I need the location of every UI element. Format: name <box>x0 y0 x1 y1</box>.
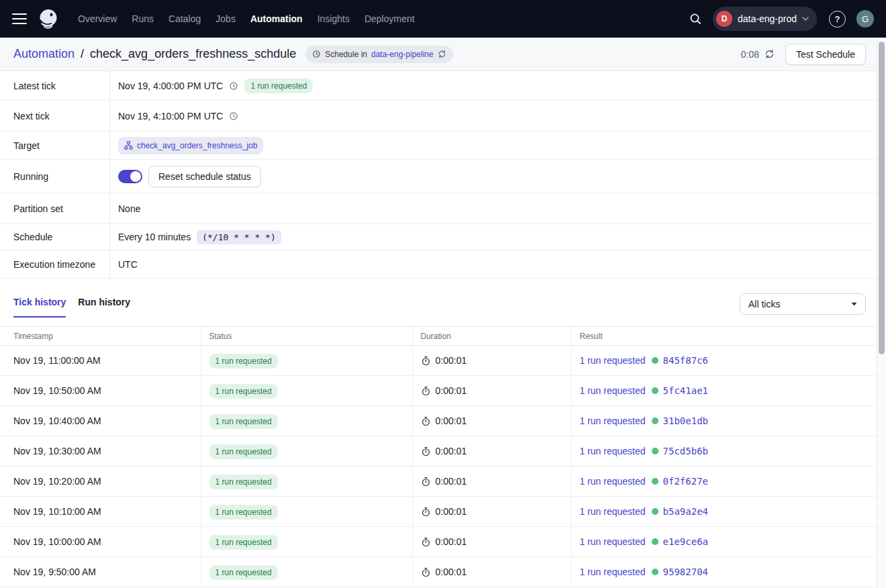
stopwatch-icon <box>421 356 431 366</box>
caret-down-icon <box>851 302 857 306</box>
table-row: Nov 19, 10:20:00 AM 1 run requested 0:00… <box>0 467 877 497</box>
tick-duration: 0:00:01 <box>436 567 467 577</box>
clock-icon <box>229 81 238 91</box>
run-requested-link[interactable]: 1 run requested <box>580 567 646 577</box>
deployment-switcher[interactable]: D data-eng-prod <box>713 7 817 31</box>
detail-label: Latest tick <box>0 71 110 100</box>
cron-expression: (*/10 * * * *) <box>197 230 281 244</box>
nav-item-automation[interactable]: Automation <box>250 13 303 24</box>
deployment-badge: D <box>716 11 732 27</box>
detail-row-partition-set: Partition set None <box>0 193 877 224</box>
tick-timestamp: Nov 19, 10:00:00 AM <box>0 527 201 557</box>
tick-status-badge: 1 run requested <box>209 535 278 550</box>
table-row: Nov 19, 10:10:00 AM 1 run requested 0:00… <box>0 497 877 527</box>
reload-location-icon[interactable] <box>438 50 446 58</box>
table-row: Nov 19, 10:00:00 AM 1 run requested 0:00… <box>0 527 877 557</box>
search-icon[interactable] <box>689 12 702 26</box>
detail-row-execution-timezone: Execution timezone UTC <box>0 250 877 279</box>
run-status-dot <box>652 418 658 424</box>
partition-set-value: None <box>118 203 140 214</box>
tick-duration: 0:00:01 <box>436 476 467 487</box>
running-toggle[interactable] <box>118 170 142 183</box>
history-tabs-row: Tick history Run history All ticks <box>0 279 877 326</box>
refresh-countdown: 0:08 <box>741 49 759 60</box>
tick-status-badge: 1 run requested <box>209 354 278 369</box>
schedule-interval-text: Every 10 minutes <box>118 232 191 242</box>
nav-item-overview[interactable]: Overview <box>78 13 117 24</box>
tab-run-history[interactable]: Run history <box>78 297 130 317</box>
latest-tick-timestamp: Nov 19, 4:00:00 PM UTC <box>118 81 223 91</box>
col-header-duration: Duration <box>412 327 571 346</box>
run-id-link[interactable]: 31b0e1db <box>663 415 708 426</box>
deployment-name: data-eng-prod <box>738 13 797 24</box>
detail-row-schedule: Schedule Every 10 minutes (*/10 * * * *) <box>0 224 877 250</box>
top-nav: Overview Runs Catalog Jobs Automation In… <box>0 0 886 38</box>
tick-timestamp: Nov 19, 10:20:00 AM <box>0 467 201 497</box>
detail-label: Next tick <box>0 101 110 131</box>
stopwatch-icon <box>421 416 431 426</box>
schedule-location-badge: Schedule in data-eng-pipeline <box>305 46 452 63</box>
page-scrollbar-thumb[interactable] <box>879 42 885 354</box>
run-id-link[interactable]: 845f87c6 <box>663 355 708 366</box>
target-job-link[interactable]: check_avg_orders_freshness_job <box>137 141 257 150</box>
reset-schedule-status-button[interactable]: Reset schedule status <box>148 166 261 187</box>
page-header: Automation / check_avg_orders_freshness_… <box>0 38 877 71</box>
breadcrumb-separator: / <box>81 47 84 61</box>
tick-duration: 0:00:01 <box>436 536 467 547</box>
run-id-link[interactable]: 5fc41ae1 <box>663 385 708 396</box>
table-row: Nov 19, 10:40:00 AM 1 run requested 0:00… <box>0 406 877 436</box>
detail-row-target: Target check_avg_orders_freshness_job <box>0 132 877 160</box>
tab-tick-history[interactable]: Tick history <box>13 297 66 317</box>
col-header-result: Result <box>571 327 877 346</box>
clock-icon <box>312 50 321 58</box>
run-requested-link[interactable]: 1 run requested <box>580 415 646 426</box>
tick-status-badge: 1 run requested <box>209 414 278 429</box>
target-job-pill[interactable]: check_avg_orders_freshness_job <box>118 137 263 154</box>
nav-item-runs[interactable]: Runs <box>132 13 154 24</box>
job-graph-icon <box>124 141 133 150</box>
run-status-dot <box>652 387 658 394</box>
user-avatar[interactable]: G <box>856 10 874 28</box>
tick-filter-selected-value: All ticks <box>748 299 780 309</box>
detail-label: Execution timezone <box>0 250 110 278</box>
stopwatch-icon <box>421 537 431 547</box>
run-requested-link[interactable]: 1 run requested <box>580 506 646 517</box>
run-requested-link[interactable]: 1 run requested <box>580 446 646 456</box>
execution-timezone-value: UTC <box>118 259 138 270</box>
run-id-link[interactable]: b5a9a2e4 <box>663 506 708 517</box>
tick-timestamp: Nov 19, 10:40:00 AM <box>0 406 201 436</box>
stopwatch-icon <box>421 446 431 456</box>
detail-label: Schedule <box>0 224 110 250</box>
run-requested-link[interactable]: 1 run requested <box>580 476 646 487</box>
nav-item-jobs[interactable]: Jobs <box>215 13 236 24</box>
tick-duration: 0:00:01 <box>436 446 467 456</box>
refresh-icon[interactable] <box>765 49 775 59</box>
run-requested-link[interactable]: 1 run requested <box>580 385 646 396</box>
detail-label: Partition set <box>0 193 110 224</box>
nav-item-catalog[interactable]: Catalog <box>168 13 201 24</box>
run-id-link[interactable]: 0f2f627e <box>663 476 708 487</box>
code-location-link[interactable]: data-eng-pipeline <box>371 50 434 59</box>
col-header-status: Status <box>201 327 412 346</box>
nav-item-deployment[interactable]: Deployment <box>364 13 415 24</box>
page-scrollbar-track[interactable] <box>877 38 886 588</box>
hamburger-menu-icon[interactable] <box>12 13 27 24</box>
run-status-dot <box>652 538 658 545</box>
nav-item-insights[interactable]: Insights <box>317 13 350 24</box>
tick-filter-select[interactable]: All ticks <box>740 293 866 315</box>
help-icon[interactable]: ? <box>829 11 846 28</box>
run-requested-link[interactable]: 1 run requested <box>580 355 646 366</box>
dagster-logo-icon[interactable] <box>36 7 60 31</box>
detail-label: Target <box>0 132 110 159</box>
run-id-link[interactable]: 75cd5b6b <box>663 446 708 456</box>
test-schedule-button[interactable]: Test Schedule <box>785 44 866 65</box>
run-id-link[interactable]: 95982704 <box>663 567 708 577</box>
run-id-link[interactable]: e1e9ce6a <box>663 536 708 547</box>
nav-links: Overview Runs Catalog Jobs Automation In… <box>78 13 415 24</box>
run-requested-link[interactable]: 1 run requested <box>580 536 646 547</box>
tick-duration: 0:00:01 <box>436 385 467 396</box>
tick-status-badge: 1 run requested <box>209 505 278 520</box>
tick-status-badge: 1 run requested <box>209 444 278 459</box>
tick-status-badge: 1 run requested <box>209 384 278 399</box>
breadcrumb-automation-link[interactable]: Automation <box>13 47 75 61</box>
